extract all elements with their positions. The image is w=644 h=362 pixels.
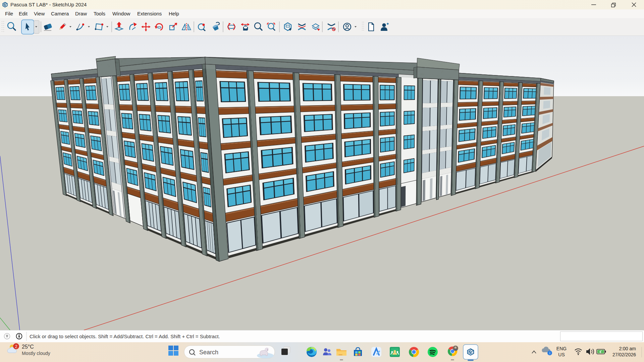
svg-text:ENG: ENG xyxy=(556,346,567,351)
svg-text:2:00 am: 2:00 am xyxy=(619,346,636,351)
svg-text:Search: Search xyxy=(199,349,218,356)
svg-text:2: 2 xyxy=(15,344,17,349)
svg-text:i: i xyxy=(549,351,550,355)
svg-text:27/02/2026: 27/02/2026 xyxy=(612,352,636,357)
svg-text:25°C: 25°C xyxy=(22,344,34,350)
svg-text:Mostly cloudy: Mostly cloudy xyxy=(22,351,50,356)
svg-text:US: US xyxy=(558,352,565,357)
